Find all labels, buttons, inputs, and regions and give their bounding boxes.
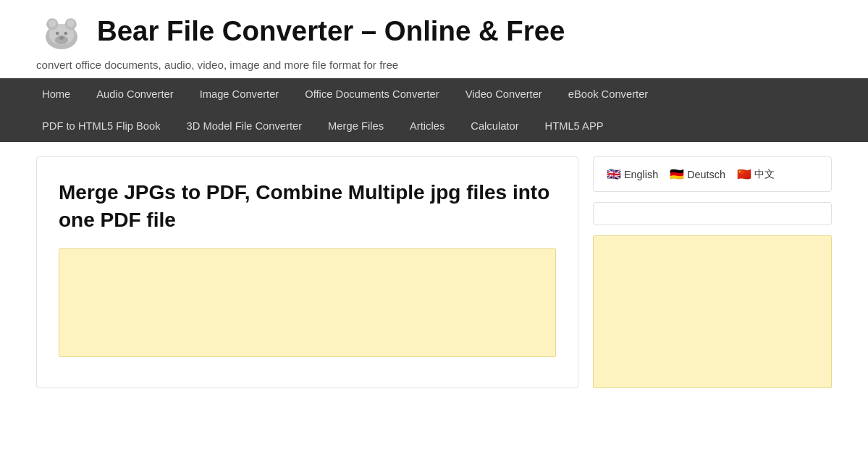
ad-banner-main bbox=[59, 248, 556, 357]
svg-point-4 bbox=[49, 20, 56, 27]
nav-merge[interactable]: Merge Files bbox=[315, 110, 397, 142]
nav-ebook[interactable]: eBook Converter bbox=[555, 78, 661, 110]
right-panel: 🇬🇧English🇩🇪Deutsch🇨🇳中文 bbox=[593, 156, 832, 388]
logo-row: Bear File Converter – Online & Free bbox=[36, 12, 832, 51]
svg-point-7 bbox=[56, 32, 59, 35]
svg-point-5 bbox=[67, 20, 75, 27]
right-empty-bar bbox=[593, 202, 832, 225]
header: Bear File Converter – Online & Free conv… bbox=[0, 0, 868, 78]
flag-icon: 🇬🇧 bbox=[607, 167, 621, 181]
lang-english[interactable]: 🇬🇧English bbox=[607, 167, 658, 181]
language-selector: 🇬🇧English🇩🇪Deutsch🇨🇳中文 bbox=[593, 156, 832, 192]
left-panel: Merge JPGs to PDF, Combine Multiple jpg … bbox=[36, 156, 578, 388]
nav-image[interactable]: Image Converter bbox=[187, 78, 292, 110]
flag-icon: 🇩🇪 bbox=[670, 167, 684, 181]
main-content: Merge JPGs to PDF, Combine Multiple jpg … bbox=[0, 142, 868, 403]
main-nav: HomeAudio ConverterImage ConverterOffice… bbox=[0, 78, 868, 142]
ad-banner-side bbox=[593, 235, 832, 388]
nav-office[interactable]: Office Documents Converter bbox=[292, 78, 452, 110]
nav-row-2: PDF to HTML5 Flip Book3D Model File Conv… bbox=[0, 110, 868, 142]
nav-articles[interactable]: Articles bbox=[397, 110, 458, 142]
page-heading: Merge JPGs to PDF, Combine Multiple jpg … bbox=[59, 179, 556, 234]
nav-pdf-html5[interactable]: PDF to HTML5 Flip Book bbox=[29, 110, 174, 142]
nav-row-1: HomeAudio ConverterImage ConverterOffice… bbox=[0, 78, 868, 110]
nav-3d[interactable]: 3D Model File Converter bbox=[174, 110, 316, 142]
nav-home[interactable]: Home bbox=[29, 78, 83, 110]
lang-deutsch[interactable]: 🇩🇪Deutsch bbox=[670, 167, 725, 181]
site-subtitle: convert office documents, audio, video, … bbox=[36, 59, 832, 71]
nav-audio[interactable]: Audio Converter bbox=[83, 78, 186, 110]
nav-html5app[interactable]: HTML5 APP bbox=[532, 110, 617, 142]
flag-icon: 🇨🇳 bbox=[737, 167, 751, 181]
site-title: Bear File Converter – Online & Free bbox=[97, 14, 565, 48]
nav-calculator[interactable]: Calculator bbox=[458, 110, 531, 142]
nav-video[interactable]: Video Converter bbox=[452, 78, 555, 110]
svg-point-8 bbox=[64, 32, 67, 35]
logo-bear-icon bbox=[36, 12, 87, 51]
lang-中文[interactable]: 🇨🇳中文 bbox=[737, 167, 775, 181]
svg-point-10 bbox=[60, 37, 62, 39]
